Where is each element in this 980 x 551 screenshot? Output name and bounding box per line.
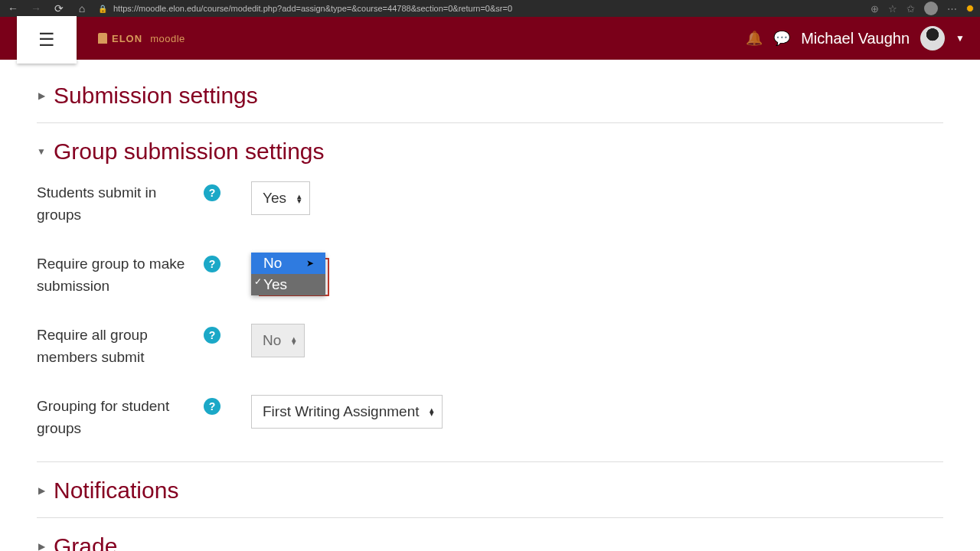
help-icon[interactable]: ? [204, 327, 220, 344]
back-icon[interactable]: ← [6, 2, 20, 15]
bell-icon[interactable]: 🔔 [746, 30, 763, 47]
url-text: https://moodle.elon.edu/course/modedit.p… [113, 4, 512, 13]
section-toggle-grade[interactable]: ▶ Grade [37, 533, 943, 552]
avatar[interactable] [920, 26, 945, 51]
field-label: Require all group members submit [37, 324, 204, 369]
shield-icon [98, 33, 107, 44]
help-icon[interactable]: ? [204, 398, 220, 415]
site-header: ☰ ELON moodle 🔔 💬 Michael Vaughn ▼ [0, 17, 980, 60]
zoom-icon[interactable]: ⊕ [871, 3, 879, 15]
profile-icon[interactable] [924, 2, 938, 15]
address-bar[interactable]: 🔒 https://moodle.elon.edu/course/modedit… [98, 4, 861, 13]
select-grouping[interactable]: First Writing Assignment ▴▾ [251, 395, 443, 429]
nav-drawer-button[interactable]: ☰ [17, 16, 77, 64]
select-require-group[interactable]: No ➤ ✓ Yes [251, 253, 325, 295]
help-icon[interactable]: ? [204, 256, 220, 272]
brand-moodle-text: moodle [150, 33, 185, 44]
option-label: Yes [263, 276, 287, 292]
section-toggle-notifications[interactable]: ▶ Notifications [37, 478, 943, 504]
select-option-no[interactable]: No ➤ [251, 253, 325, 274]
select-caret-icon: ▴▾ [297, 194, 302, 203]
chat-icon[interactable]: 💬 [773, 30, 790, 47]
caret-right-icon: ▶ [37, 542, 46, 551]
select-value: No [263, 332, 281, 348]
home-icon[interactable]: ⌂ [75, 2, 89, 15]
browser-right-icons: ⊕ ☆ ✩ ⋯ [871, 2, 974, 15]
forward-icon: → [29, 2, 43, 15]
caret-right-icon: ▶ [37, 91, 46, 100]
cursor-icon: ➤ [306, 258, 314, 269]
star-icon[interactable]: ☆ [888, 3, 897, 15]
user-name[interactable]: Michael Vaughn [801, 30, 910, 47]
section-grade: ▶ Grade [37, 518, 943, 552]
field-require-all-members: Require all group members submit ? No ▴▾ [37, 324, 943, 369]
section-toggle-submission[interactable]: ▶ Submission settings [37, 83, 943, 109]
field-students-submit-in-groups: Students submit in groups ? Yes ▴▾ [37, 181, 943, 227]
section-title: Submission settings [54, 83, 258, 109]
section-group-submission: ▼ Group submission settings Students sub… [37, 123, 943, 462]
header-user-area: 🔔 💬 Michael Vaughn ▼ [746, 26, 965, 51]
help-icon[interactable]: ? [204, 184, 220, 201]
section-title: Group submission settings [54, 139, 325, 165]
field-label: Require group to make submission [37, 253, 204, 298]
select-require-all-members: No ▴▾ [251, 324, 305, 357]
select-open-menu: No ➤ ✓ Yes [251, 253, 325, 295]
group-fields: Students submit in groups ? Yes ▴▾ Requi… [37, 181, 943, 440]
section-title: Notifications [54, 478, 178, 504]
lock-icon: 🔒 [98, 5, 107, 13]
favorites-icon[interactable]: ✩ [906, 3, 915, 15]
field-grouping: Grouping for student groups ? First Writ… [37, 395, 943, 440]
select-caret-icon: ▴▾ [430, 407, 434, 416]
warning-dot-icon [966, 5, 974, 12]
field-require-group: Require group to make submission ? No ➤ … [37, 253, 943, 298]
option-label: No [263, 255, 282, 271]
select-value: First Writing Assignment [263, 403, 419, 419]
section-title: Grade [54, 533, 117, 552]
section-notifications: ▶ Notifications [37, 462, 943, 518]
check-icon: ✓ [254, 276, 262, 287]
section-toggle-group[interactable]: ▼ Group submission settings [37, 139, 943, 165]
section-submission-settings: ▶ Submission settings [37, 60, 943, 123]
user-menu-caret-icon[interactable]: ▼ [956, 33, 965, 44]
select-option-yes[interactable]: ✓ Yes [251, 274, 325, 295]
refresh-icon[interactable]: ⟳ [52, 2, 66, 15]
select-students-submit-in-groups[interactable]: Yes ▴▾ [251, 181, 310, 215]
hamburger-icon: ☰ [38, 29, 55, 51]
select-caret-icon: ▴▾ [292, 336, 296, 344]
field-label: Grouping for student groups [37, 395, 204, 440]
brand-elon-text: ELON [112, 33, 142, 44]
more-icon[interactable]: ⋯ [947, 3, 957, 15]
main-content: ▶ Submission settings ▼ Group submission… [0, 60, 980, 551]
site-brand[interactable]: ELON moodle [98, 33, 185, 44]
select-value: Yes [263, 190, 286, 206]
caret-right-icon: ▶ [37, 486, 46, 495]
field-label: Students submit in groups [37, 181, 204, 227]
caret-down-icon: ▼ [37, 147, 46, 156]
browser-toolbar: ← → ⟳ ⌂ 🔒 https://moodle.elon.edu/course… [0, 0, 980, 17]
